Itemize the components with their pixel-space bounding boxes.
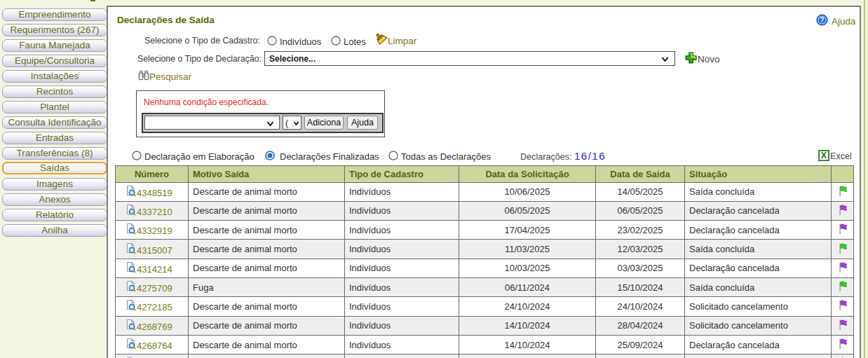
svg-text:?: ? <box>820 15 824 24</box>
svg-text:X: X <box>821 151 827 160</box>
